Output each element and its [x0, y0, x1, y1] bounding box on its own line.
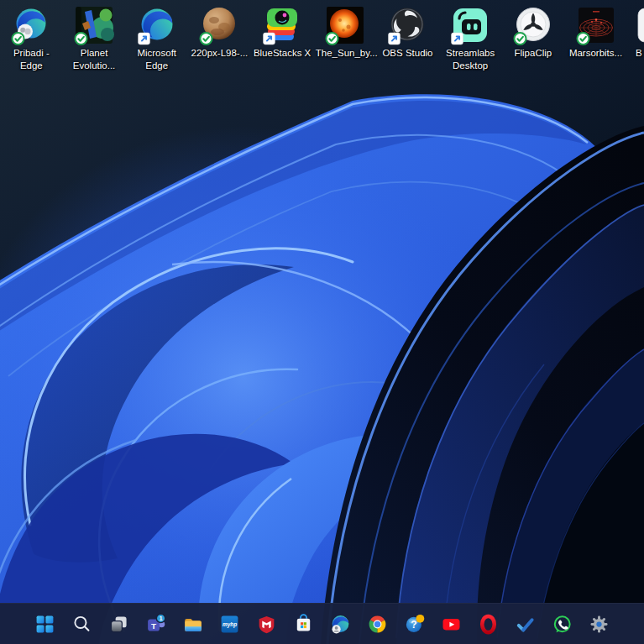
hp-support-assistant-button[interactable]: ?: [398, 607, 432, 641]
sync-complete-badge: [201, 33, 212, 45]
microsoft-store-icon: [293, 614, 314, 635]
shortcut-arrow-badge: [138, 33, 149, 45]
desktop-icon-microsoft-edge[interactable]: Microsoft Edge: [125, 5, 188, 71]
profile-avatar-badge: [332, 625, 341, 633]
task-view-button[interactable]: [102, 607, 136, 641]
search-button[interactable]: [65, 607, 99, 641]
chrome-icon: [367, 614, 388, 635]
desktop-icon-label: BlueStacks X: [253, 47, 312, 60]
desktop-icon-obs-studio[interactable]: OBS Studio: [376, 5, 439, 71]
hp-support-assistant-icon: ?: [404, 614, 425, 635]
desktop-icon-220px-l98[interactable]: 220px-L98-...: [188, 5, 251, 71]
todo-check-icon: [515, 614, 536, 635]
file-explorer-button[interactable]: [176, 607, 210, 641]
myhp-button[interactable]: myhp: [213, 607, 247, 641]
settings-gear-icon: [589, 614, 610, 635]
mcafee-button[interactable]: [250, 607, 284, 641]
svg-text:?: ?: [411, 619, 416, 631]
desktop-icon-label: 220px-L98-...: [190, 47, 249, 60]
search-icon: [71, 614, 92, 635]
mcafee-shield-icon: [256, 614, 277, 635]
desktop-icon-label: Streamlabs Desktop: [441, 47, 500, 71]
partial-white-icon: [638, 8, 644, 42]
status-dot-badge: [416, 614, 424, 622]
task-view-icon: [108, 614, 129, 635]
sync-complete-badge: [577, 33, 589, 45]
file-explorer-icon: [182, 614, 203, 635]
myhp-icon: myhp: [219, 614, 240, 635]
sync-complete-badge: [76, 33, 87, 45]
opera-icon: [478, 614, 499, 635]
notification-badge: 1: [156, 614, 165, 622]
edge-icon: [330, 614, 351, 635]
desktop-icon-grid: Pribadi - Edge Planet Evolutio...: [0, 0, 644, 71]
wallpaper-windows11-bloom: [0, 0, 644, 644]
whatsapp-icon: [552, 614, 573, 635]
desktop-icon-label: FlipaClip: [504, 47, 563, 60]
teams-button[interactable]: T 1: [139, 607, 173, 641]
start-button[interactable]: [29, 607, 62, 641]
desktop-icon-planet-evolution[interactable]: Planet Evolutio...: [63, 5, 126, 71]
sync-complete-badge: [326, 33, 338, 45]
sync-complete-badge: [514, 33, 526, 45]
desktop-icon-flipaclip[interactable]: FlipaClip: [502, 5, 565, 71]
desktop-icon-label: OBS Studio: [378, 47, 437, 60]
desktop-icon-pribadi-edge[interactable]: Pribadi - Edge: [0, 5, 63, 71]
opera-button[interactable]: [472, 607, 505, 641]
microsoft-store-button[interactable]: [287, 607, 321, 641]
shortcut-arrow-badge: [452, 33, 463, 45]
whatsapp-button[interactable]: [546, 607, 579, 641]
youtube-icon: [441, 614, 462, 635]
teams-icon: T 1: [145, 614, 166, 635]
desktop-icon-marsorbits[interactable]: Marsorbits...: [564, 5, 627, 71]
edge-browser-button[interactable]: [324, 607, 358, 641]
sync-complete-badge: [13, 33, 24, 45]
shortcut-arrow-badge: [389, 33, 401, 45]
settings-button[interactable]: [583, 607, 616, 641]
svg-text:1: 1: [159, 615, 162, 622]
svg-text:T: T: [151, 620, 156, 630]
desktop-icon-label: Pribadi - Edge: [2, 47, 60, 71]
taskbar: T 1 myhp: [0, 603, 644, 644]
desktop-icon-label: Planet Evolutio...: [65, 47, 123, 71]
desktop-icon-the-sun[interactable]: The_Sun_by...: [313, 5, 376, 71]
shortcut-arrow-badge: [264, 33, 275, 45]
desktop-icon-label: Marsorbits...: [567, 47, 626, 60]
youtube-button[interactable]: [435, 607, 469, 641]
desktop-icon-label: The_Sun_by...: [316, 47, 374, 60]
desktop-icon-label: B: [636, 47, 642, 60]
desktop-icon-bluestacks-x[interactable]: BlueStacks X: [251, 5, 314, 71]
start-icon: [34, 614, 55, 635]
desktop-icon-streamlabs[interactable]: Streamlabs Desktop: [439, 5, 502, 71]
svg-text:myhp: myhp: [223, 620, 237, 627]
desktop-icon-partial[interactable]: B: [627, 5, 644, 71]
desktop-icon-label: Microsoft Edge: [128, 47, 186, 71]
todo-button[interactable]: [509, 607, 542, 641]
chrome-button[interactable]: [361, 607, 395, 641]
